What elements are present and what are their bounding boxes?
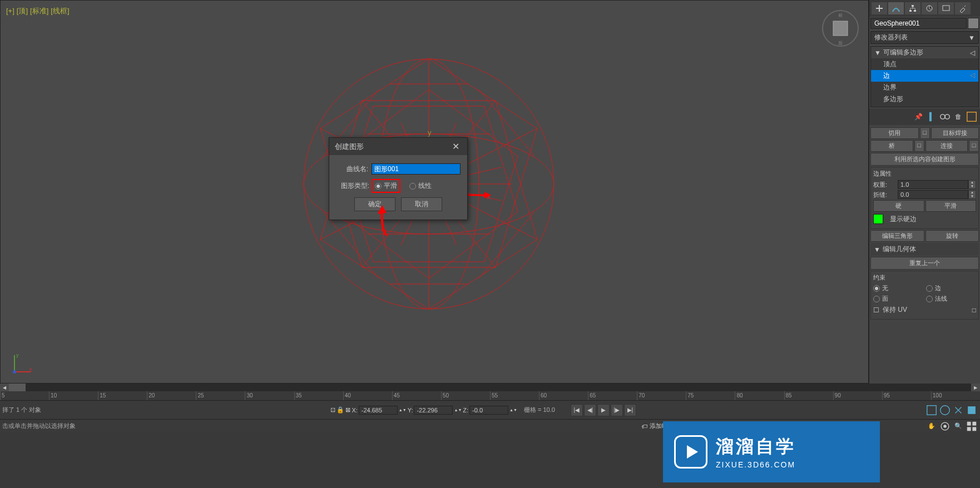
goto-start-icon[interactable]: |◀	[571, 404, 583, 416]
timeline-tick[interactable]: 60	[539, 391, 588, 400]
coord-mode-icon[interactable]: ⊠	[345, 406, 350, 414]
utilities-tab[interactable]	[955, 2, 971, 14]
radio-smooth[interactable]: 平滑	[375, 181, 397, 191]
play-icon[interactable]: ▶	[597, 404, 610, 416]
svg-point-47	[941, 405, 950, 415]
nav-icon-2[interactable]	[952, 404, 964, 416]
smooth-button[interactable]: 平滑	[925, 200, 977, 212]
dialog-titlebar[interactable]: 创建图形 ✕	[329, 138, 467, 155]
hierarchy-tab[interactable]	[905, 2, 920, 14]
stack-border[interactable]: 边界	[871, 82, 978, 93]
timeline-tick[interactable]: 75	[686, 391, 735, 400]
modifier-stack[interactable]: ▼可编辑多边形◁ 顶点 边◁ 边界 多边形 元素	[870, 46, 979, 107]
connect-settings[interactable]: □	[969, 140, 979, 152]
timeline[interactable]: ◀▶ 5101520253035404550556065707580859095…	[0, 384, 980, 400]
viewport-label[interactable]: [+][顶][标准][线框]	[6, 6, 72, 16]
timeline-tick[interactable]: 5	[0, 391, 49, 400]
constraint-edge[interactable]: 边	[926, 284, 977, 292]
prev-frame-icon[interactable]: ◀|	[584, 404, 596, 416]
edit-geometry-rollout[interactable]: ▼编辑几何体	[870, 243, 979, 256]
x-coord-input[interactable]	[359, 406, 398, 415]
nav-icon-3[interactable]	[966, 404, 978, 416]
target-weld-button[interactable]: 目标焊接	[931, 127, 979, 139]
goto-end-icon[interactable]: ▶|	[624, 404, 636, 416]
lock-selection-icon[interactable]: ⊡	[330, 406, 335, 414]
edit-tri-button[interactable]: 编辑三角形	[870, 230, 924, 242]
rotate-button[interactable]: 旋转	[925, 230, 979, 242]
stack-edge[interactable]: 边◁	[871, 70, 978, 82]
cut-settings[interactable]: □	[920, 127, 930, 139]
stack-vertex[interactable]: 顶点	[871, 58, 978, 70]
svg-line-22	[479, 89, 534, 156]
curve-name-input[interactable]	[372, 163, 461, 175]
crease-spinner[interactable]: ▲▼	[898, 190, 976, 199]
pin-stack-icon[interactable]: 📌	[912, 111, 924, 123]
remove-modifier-icon[interactable]: 🗑	[952, 111, 964, 123]
maximize-viewport-icon[interactable]	[966, 420, 978, 432]
configure-sets-icon[interactable]	[966, 111, 978, 123]
timeline-tick[interactable]: 90	[833, 391, 882, 400]
constraint-none[interactable]: 无	[873, 284, 924, 292]
constraint-face[interactable]: 面	[873, 295, 924, 303]
next-frame-icon[interactable]: |▶	[611, 404, 623, 416]
constraint-normal[interactable]: 法线	[926, 295, 977, 303]
timeline-tick[interactable]: 25	[196, 391, 245, 400]
display-tab[interactable]	[938, 2, 954, 14]
timeline-tick[interactable]: 80	[735, 391, 784, 400]
cancel-button[interactable]: 取消	[401, 197, 442, 211]
show-end-result-icon[interactable]	[925, 111, 938, 123]
connect-button[interactable]: 连接	[925, 140, 968, 152]
scroll-right-icon[interactable]: ▶	[971, 384, 980, 391]
nav-icon-1[interactable]	[939, 404, 951, 416]
isolate-icon[interactable]	[925, 404, 938, 416]
create-tab[interactable]	[872, 2, 887, 14]
hard-button[interactable]: 硬	[873, 200, 924, 212]
cut-button[interactable]: 切用	[870, 127, 919, 139]
hard-edge-color[interactable]	[873, 214, 883, 224]
timeline-tick[interactable]: 100	[931, 391, 980, 400]
viewcube[interactable]: 前后	[821, 9, 860, 48]
timeline-scrollbar-thumb[interactable]	[9, 384, 26, 391]
timeline-tick[interactable]: 35	[294, 391, 343, 400]
timeline-tick[interactable]: 65	[588, 391, 637, 400]
stack-editable-poly[interactable]: ▼可编辑多边形◁	[871, 47, 978, 58]
timeline-tick[interactable]: 50	[441, 391, 490, 400]
modifier-list-dropdown[interactable]: 修改器列表▼	[870, 31, 979, 44]
timeline-tick[interactable]: 40	[343, 391, 392, 400]
timeline-tick[interactable]: 20	[147, 391, 196, 400]
tag-icon[interactable]: 🏷	[641, 423, 647, 430]
object-name-input[interactable]	[870, 18, 967, 29]
timeline-tick[interactable]: 30	[245, 391, 294, 400]
stack-polygon[interactable]: 多边形	[871, 93, 978, 105]
repeat-last-button[interactable]: 重复上一个	[870, 257, 979, 270]
motion-tab[interactable]	[922, 2, 937, 14]
viewport[interactable]: [+][顶][标准][线框] 前后	[0, 0, 869, 384]
y-coord-input[interactable]	[414, 406, 453, 415]
weight-spinner[interactable]: ▲▼	[898, 180, 976, 189]
timeline-tick[interactable]: 10	[49, 391, 98, 400]
stack-element[interactable]: 元素	[871, 105, 978, 107]
make-unique-icon[interactable]	[939, 111, 951, 123]
timeline-tick[interactable]: 85	[784, 391, 833, 400]
create-shape-from-selection-button[interactable]: 利用所选内容创建图形	[870, 153, 979, 166]
timeline-tick[interactable]: 15	[98, 391, 147, 400]
lock-icon[interactable]: 🔒	[336, 406, 344, 414]
timeline-tick[interactable]: 70	[637, 391, 686, 400]
timeline-tick[interactable]: 55	[490, 391, 539, 400]
timeline-tick[interactable]: 95	[882, 391, 931, 400]
modify-tab[interactable]	[888, 2, 904, 14]
checkbox-icon[interactable]: ☐	[873, 306, 879, 314]
bridge-button[interactable]: 桥	[870, 140, 913, 152]
zoom-icon[interactable]: 🔍	[952, 420, 964, 432]
preserve-uv-settings[interactable]: □	[972, 306, 976, 314]
radio-linear[interactable]: 线性	[409, 180, 432, 192]
scroll-left-icon[interactable]: ◀	[0, 384, 9, 391]
orbit-icon[interactable]	[939, 420, 951, 432]
mini-axis-gizmo: y x	[12, 352, 34, 375]
z-coord-input[interactable]	[469, 406, 508, 415]
close-icon[interactable]: ✕	[450, 141, 462, 152]
pan-icon[interactable]: ✋	[925, 420, 938, 432]
bridge-settings[interactable]: □	[914, 140, 924, 152]
object-color-swatch[interactable]	[968, 18, 979, 29]
timeline-tick[interactable]: 45	[392, 391, 441, 400]
